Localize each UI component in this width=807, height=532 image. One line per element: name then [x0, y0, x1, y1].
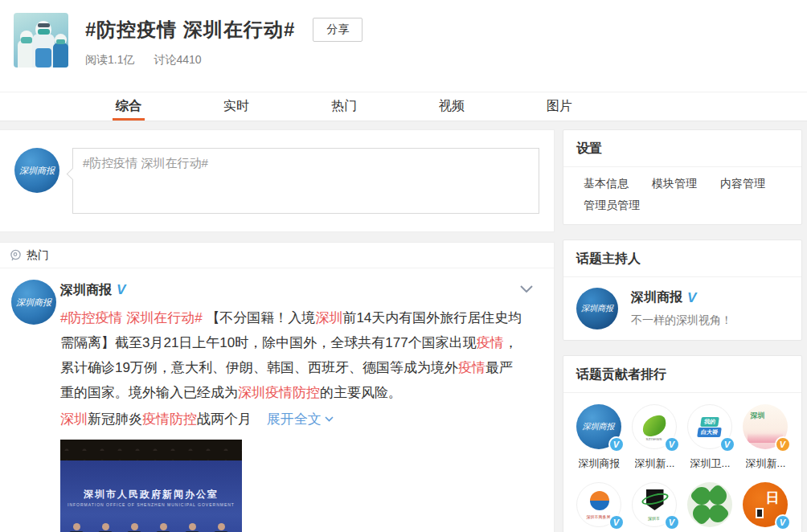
- speaker-head: [73, 523, 80, 530]
- tab-综合[interactable]: 综合: [98, 92, 159, 121]
- speaker-head: [160, 523, 167, 530]
- hot-pin-icon: [10, 249, 22, 261]
- speaker-head: [189, 523, 196, 530]
- contributor-avatar: [687, 482, 734, 529]
- avatar-label: 深圳商报: [581, 303, 613, 314]
- tab-视频[interactable]: 视频: [421, 92, 482, 121]
- tab-实时[interactable]: 实时: [206, 92, 267, 121]
- contributor-深圳商务[interactable]: 深圳市商务局V深圳商务: [571, 482, 627, 532]
- settings-link-模块管理[interactable]: 模块管理: [652, 177, 720, 191]
- speaker-figure: [97, 523, 113, 532]
- topic-host-title: 话题主持人: [563, 240, 801, 277]
- contributor-avatar: 日V: [743, 482, 789, 529]
- contributor-name: 深圳卫...: [690, 456, 731, 471]
- topic-link[interactable]: 疫情: [458, 360, 485, 375]
- topic-tab-bar: 综合实时热门视频图片: [0, 92, 807, 121]
- settings-links: 基本信息模块管理内容管理管理员管理: [563, 167, 801, 224]
- hot-section-header: 热门: [0, 243, 554, 268]
- weibo-post: 深圳商报 深圳商报 V #防控疫情 深圳在行动# 【不分国籍！入境深圳前14天内…: [0, 268, 554, 532]
- contributors-grid: 深圳商报V深圳商报sznewsV深圳新...我的白大褂V深圳卫...深圳V深圳新…: [563, 393, 801, 532]
- post-author-avatar[interactable]: 深圳商报: [11, 280, 56, 325]
- tab-热门[interactable]: 热门: [313, 92, 375, 121]
- avatar-label: 白大褂: [697, 428, 722, 437]
- contributor-avatar: 深圳市商务局V: [576, 482, 623, 529]
- post-more-text: 深圳新冠肺炎疫情防控战两个月: [60, 411, 252, 427]
- compose-input[interactable]: #防控疫情 深圳在行动#: [72, 148, 539, 214]
- medic-mask: [38, 29, 50, 35]
- medic-mask: [56, 39, 65, 44]
- main-column: 深圳商报 #防控疫情 深圳在行动# 热门 深圳商报: [0, 129, 555, 532]
- speaker-head: [131, 523, 138, 530]
- photo-caption-en: INFORMATION OFFICE OF SHENZHEN MUNICIPAL…: [60, 502, 242, 507]
- speaker-figure: [126, 523, 142, 532]
- post-text: #防控疫情 深圳在行动# 【不分国籍！入境深圳前14天内有国外旅行居住史均需隔离…: [60, 305, 525, 405]
- verified-badge-blue: V: [664, 436, 680, 452]
- topic-link[interactable]: #防控疫情 深圳在行动#: [60, 310, 203, 325]
- medic-figure: [53, 43, 68, 68]
- swirl-icon: [590, 501, 609, 510]
- speaker-figure: [184, 523, 200, 532]
- post-photo-press-conference[interactable]: 深圳市人民政府新闻办公室 INFORMATION OFFICE OF SHENZ…: [60, 440, 242, 532]
- contributor-深圳新...[interactable]: sznewsV深圳新...: [627, 404, 682, 471]
- avatar-label: 我的: [700, 417, 719, 427]
- text-segment: 战两个月: [197, 411, 252, 427]
- settings-link-基本信息[interactable]: 基本信息: [584, 177, 652, 191]
- contributor-深圳商报[interactable]: 深圳商报V深圳商报: [571, 404, 627, 471]
- contributor-深圳市...[interactable]: 深圳市V深圳市...: [627, 482, 682, 532]
- post-author-name[interactable]: 深圳商报: [60, 282, 112, 299]
- verified-badge-orange: V: [775, 436, 791, 452]
- text-segment: 新冠肺炎: [88, 411, 142, 427]
- avatar-label: sznews: [645, 436, 662, 441]
- share-button[interactable]: 分享: [313, 18, 363, 42]
- settings-link-管理员管理[interactable]: 管理员管理: [584, 198, 652, 213]
- host-avatar[interactable]: 深圳商报: [576, 288, 618, 329]
- verified-badge-blue: V: [775, 514, 791, 530]
- content-area: 深圳商报 #防控疫情 深圳在行动# 热门 深圳商报: [0, 129, 807, 532]
- contributor-深圳新...[interactable]: 深圳V深圳新...: [738, 404, 793, 471]
- contributor-晶报[interactable]: 日V晶报: [738, 482, 793, 532]
- avatar-label: 深圳商报: [583, 421, 615, 432]
- topic-avatar-image: [14, 13, 68, 68]
- verified-icon: V: [687, 290, 696, 306]
- verified-badge-blue: V: [608, 436, 625, 452]
- medic-goggles: [38, 23, 50, 27]
- contributor-name: 深圳新...: [746, 456, 786, 471]
- avatar-label: 深圳商报: [16, 297, 51, 309]
- host-description: 不一样的深圳视角！: [631, 313, 732, 328]
- contributor-avatar: 深圳市V: [632, 482, 678, 529]
- topic-link[interactable]: 深圳疫情防控: [238, 385, 320, 400]
- post-collapse-button[interactable]: [520, 281, 533, 296]
- topic-link[interactable]: 疫情防控: [142, 411, 197, 427]
- hot-section-label: 热门: [27, 248, 49, 263]
- contributor-avatar: 我的白大褂V: [687, 404, 734, 451]
- verified-badge-blue: V: [608, 514, 625, 530]
- medic-gown: [35, 48, 51, 68]
- photo-ceiling: [60, 440, 242, 460]
- tab-图片[interactable]: 图片: [529, 92, 590, 121]
- clover-photo: [687, 482, 732, 527]
- feed-section: 热门 深圳商报 深圳商报 V #防控疫情 深圳在行动# 【不分国籍！入境深: [0, 242, 555, 532]
- photo-backdrop: 深圳市人民政府新闻办公室 INFORMATION OFFICE OF SHENZ…: [60, 460, 242, 532]
- topic-link[interactable]: 深圳: [60, 411, 88, 427]
- settings-title: 设置: [563, 130, 801, 167]
- post-header: 深圳商报 V: [60, 281, 531, 299]
- speaker-head: [218, 523, 225, 530]
- expand-full-text-link[interactable]: 展开全文: [267, 411, 334, 427]
- photo-caption-cn: 深圳市人民政府新闻办公室: [60, 488, 242, 501]
- text-segment: 的主要风险。: [320, 385, 402, 400]
- topic-link[interactable]: 深圳: [315, 310, 342, 325]
- contributor-波澜_h...[interactable]: 波澜_h...: [682, 482, 738, 532]
- post-more-line: 深圳新冠肺炎疫情防控战两个月 展开全文: [60, 407, 531, 432]
- host-name[interactable]: 深圳商报: [631, 289, 682, 306]
- swirl-icon: [590, 491, 609, 501]
- contributor-avatar: 深圳V: [743, 404, 789, 451]
- settings-link-内容管理[interactable]: 内容管理: [720, 177, 789, 191]
- clover-leaf-icon: [705, 501, 730, 526]
- topic-link[interactable]: 疫情: [477, 335, 504, 350]
- contributor-深圳卫...[interactable]: 我的白大褂V深圳卫...: [682, 404, 738, 471]
- chevron-down-icon: [520, 285, 533, 293]
- composer: 深圳商报 #防控疫情 深圳在行动#: [0, 129, 555, 232]
- composer-user-avatar[interactable]: 深圳商报: [14, 148, 59, 193]
- speaker-figure: [155, 523, 171, 532]
- verified-badge-blue: V: [719, 436, 735, 452]
